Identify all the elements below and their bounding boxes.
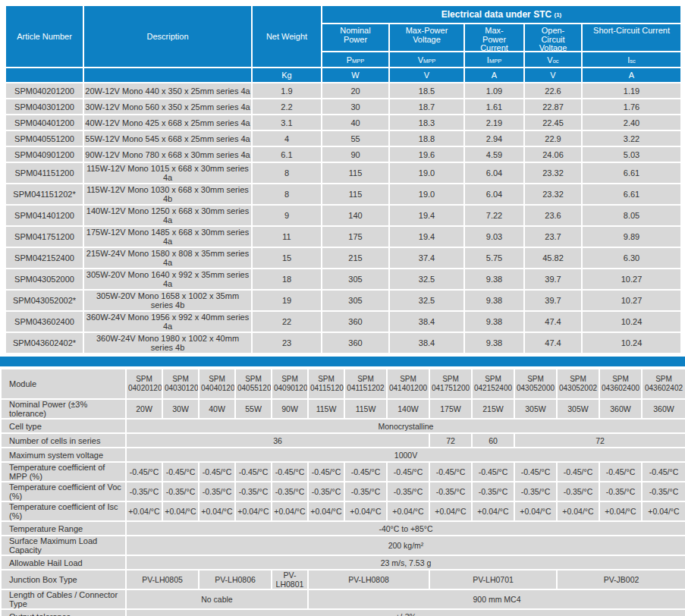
tc-mpp-cell: -0.45/°C [429,462,472,482]
tc-isc-cell: +0.04/°C [162,501,199,521]
spec-row-label: Nominal Power (±3% tolerance) [1,399,126,419]
table-row: SPM042152400215W-24V Mono 1580 x 808 x 3… [5,247,681,269]
stc-group-header: Electrical data under STC (1) [322,5,681,24]
voc-cell: 39.7 [524,269,582,290]
isc-cell: 10.27 [582,269,681,290]
isc-unit: A [582,68,681,83]
description-cell: 30W-12V Mono 560 x 350 x 25mm series 4a [83,99,252,115]
voc-cell: 23.7 [524,226,582,247]
voc-cell: 47.4 [524,332,582,354]
cells-in-series-value: 72 [514,433,685,448]
table-row: SPM04040120040W-12V Mono 425 x 668 x 25m… [5,115,681,130]
isc-cell: 6.30 [582,247,681,269]
spec-row-label: Temperature coefficient of MPP (%) [1,462,126,482]
cables-value: No cable [126,589,308,609]
tc-voc-cell: -0.35/°C [162,482,199,501]
description-cell: 40W-12V Mono 425 x 668 x 25mm series 4a [83,115,252,130]
output-tolerance-row: Output tolerance +/-3% [1,609,685,616]
module-id-cell: SPM04040120 [199,369,235,399]
tc-isc-cell: +0.04/°C [272,501,308,521]
impp-cell: 6.04 [464,162,524,184]
description-cell: 90W-12V Mono 780 x 668 x 30mm series 4a [83,146,252,162]
header-row-units: Kg W V A V A [5,68,681,83]
nominal-power-cell: 140W [387,399,429,419]
spec-row-label: Length of Cables / Connector Type [1,589,126,609]
isc-cell: 6.61 [582,162,681,184]
description-cell: 360W-24V Mono 1956 x 992 x 40mm series 4… [83,311,252,332]
tc-voc-cell: -0.35/°C [272,482,308,501]
tc-voc-cell: -0.35/°C [514,482,557,501]
article-number-cell: SPM040201200 [5,83,83,99]
net-weight-cell: 18 [252,269,322,290]
vmpp-cell: 18.5 [389,83,464,99]
vmpp-cell: 19.6 [389,146,464,162]
description-cell: 175W-12V Mono 1485 x 668 x 30mm series 4… [83,226,252,247]
nominal-power-cell: 360W [599,399,642,419]
vmpp-unit: V [389,68,464,83]
pmpp-cell: 305 [322,290,389,311]
isc-cell: 2.40 [582,115,681,130]
cables-value: 900 mm MC4 [308,589,685,609]
tc-isc-cell: +0.04/°C [126,501,162,521]
isc-cell: 3.22 [582,130,681,146]
nominal-power-cell: 115W [344,399,387,419]
impp-cell: 9.03 [464,226,524,247]
surface-load-row: Surface Maximum Load Capacity 200 kg/m² [1,536,685,555]
module-id-cell: SPM043602402 [642,369,685,399]
voc-cell: 23.32 [524,162,582,184]
spec-row-label: Temperature coefficient of Isc (%) [1,501,126,521]
nominal-power-header: Nominal Power [322,24,389,52]
impp-cell: 9.38 [464,290,524,311]
tc-voc-cell: -0.35/°C [642,482,685,501]
article-number-cell: SPM041151200 [5,162,83,184]
empty-cell [83,68,252,83]
net-weight-cell: 6.1 [252,146,322,162]
pmpp-symbol: PMPP [322,52,389,68]
net-weight-cell: 23 [252,332,322,354]
article-number-cell: SPM041401200 [5,205,83,226]
junction-box-value: PV-LH0801 [272,570,308,589]
vmpp-cell: 19.0 [389,162,464,184]
tc-mpp-cell: -0.45/°C [387,462,429,482]
junction-box-value: PV-LH0805 [126,570,199,589]
spec-row-label: Module [1,369,126,399]
table-row: SPM04020120020W-12V Mono 440 x 350 x 25m… [5,83,681,99]
cells-in-series-value: 36 [126,433,429,448]
module-id-cell: SPM043602400 [599,369,642,399]
datasheet-page: { "top_table": { "title": "Electrical da… [0,0,685,616]
cell-type-row: Cell type Monocrystalline [1,419,685,433]
impp-cell: 9.38 [464,332,524,354]
impp-cell: 9.38 [464,269,524,290]
voc-cell: 23.32 [524,184,582,205]
voc-unit: V [524,68,582,83]
open-circuit-voltage-header: Open-Circuit Voltage [524,24,582,52]
tc-mpp-cell: -0.45/°C [162,462,199,482]
pmpp-cell: 30 [322,99,389,115]
table-row: SPM043602400360W-24V Mono 1956 x 992 x 4… [5,311,681,332]
table-row: SPM041151200115W-12V Mono 1015 x 668 x 3… [5,162,681,184]
max-power-current-header: Max-Power Current [464,24,524,52]
description-cell: 360W-24V Mono 1980 x 1002 x 40mm series … [83,332,252,354]
tc-isc-cell: +0.04/°C [599,501,642,521]
article-number-cell: SPM043602400 [5,311,83,332]
tc-mpp-cell: -0.45/°C [472,462,514,482]
tc-isc-cell: +0.04/°C [429,501,472,521]
module-id-cell: SPM040901200 [272,369,308,399]
article-number-header: Article Number [5,5,83,68]
tc-voc-row: Temperature coefficient of Voc (%)-0.35/… [1,482,685,501]
hail-load-value: 23 m/s, 7.53 g [126,555,685,570]
isc-cell: 5.03 [582,146,681,162]
module-spec-table: ModuleSPM040201200SPM040301200SPM0404012… [0,368,685,616]
voc-cell: 23.6 [524,205,582,226]
impp-cell: 9.38 [464,311,524,332]
spec-row-label: Output tolerance [1,609,126,616]
tc-voc-cell: -0.35/°C [126,482,162,501]
cell-type-value: Monocrystalline [126,419,685,433]
article-number-cell: SPM043052000 [5,269,83,290]
empty-cell [5,68,83,83]
tc-mpp-cell: -0.45/°C [126,462,162,482]
nominal-power-cell: 305W [557,399,599,419]
cells-in-series-row: Number of cells in series 36 72 60 72 [1,433,685,448]
spec-row-label: Temperature coefficient of Voc (%) [1,482,126,501]
tc-mpp-cell: -0.45/°C [272,462,308,482]
